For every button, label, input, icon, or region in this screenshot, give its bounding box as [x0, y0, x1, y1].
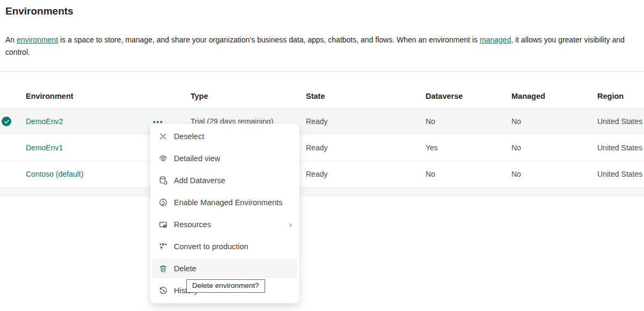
cell-state: Ready [306, 170, 426, 178]
environment-link[interactable]: environment [17, 35, 58, 44]
menu-item-enable-managed-environments[interactable]: Enable Managed Environments [152, 193, 297, 212]
column-header-dataverse[interactable]: Dataverse [426, 92, 511, 100]
page-title: Environments [5, 5, 638, 17]
column-header-state[interactable]: State [306, 92, 426, 100]
cell-region: United States [597, 143, 644, 152]
menu-item-label: Add Dataverse [174, 176, 225, 185]
menu-item-label: Deselect [174, 132, 204, 141]
cell-dataverse: Yes [426, 143, 511, 152]
page-header: Environments An environment is a space t… [0, 0, 644, 59]
column-header-managed[interactable]: Managed [511, 92, 597, 100]
delete-environment-tooltip: Delete environment? [186, 279, 265, 293]
menu-item-convert-to-production[interactable]: Convert to production [152, 237, 297, 256]
managed-link[interactable]: managed [480, 35, 511, 44]
delete-trash-icon [158, 263, 169, 274]
cell-managed: No [511, 143, 597, 152]
menu-item-detailed-view[interactable]: Detailed view [152, 149, 297, 168]
menu-item-label: Delete [174, 264, 196, 273]
description-text-2: is a space to store, manage, and share y… [58, 35, 480, 44]
cell-state: Ready [306, 117, 426, 126]
menu-item-label: Enable Managed Environments [174, 198, 282, 207]
table-row[interactable]: Contoso (default) Ready No No United Sta… [0, 161, 644, 187]
detailed-view-icon [158, 153, 169, 164]
managed-environments-icon [158, 197, 169, 208]
description-text-1: An [5, 35, 17, 44]
environment-name-link[interactable]: DemoEnv1 [26, 143, 63, 152]
column-header-type[interactable]: Type [191, 92, 306, 100]
cell-dataverse: No [426, 117, 511, 126]
environments-table: Environment Type State Dataverse Managed… [0, 71, 644, 197]
dismiss-icon [158, 131, 169, 142]
menu-item-add-dataverse[interactable]: Add Dataverse [152, 171, 297, 190]
cell-region: United States [597, 170, 644, 178]
table-header-row: Environment Type State Dataverse Managed… [0, 72, 644, 109]
menu-item-label: Detailed view [174, 154, 220, 163]
menu-item-label: Convert to production [174, 242, 248, 251]
cell-managed: No [511, 117, 597, 126]
menu-item-resources[interactable]: Resources › [152, 215, 297, 234]
page-description: An environment is a space to store, mana… [5, 34, 638, 59]
table-footer-strip [0, 187, 644, 197]
environment-name-link[interactable]: Contoso (default) [26, 170, 83, 178]
table-row[interactable]: DemoEnv1 Ready Yes No United States [0, 135, 644, 161]
submenu-chevron-icon: › [289, 220, 292, 229]
column-header-region[interactable]: Region [597, 92, 644, 100]
environment-name-link[interactable]: DemoEnv2 [26, 117, 63, 126]
database-add-icon [158, 175, 169, 186]
cell-state: Ready [306, 143, 426, 152]
menu-item-deselect[interactable]: Deselect [152, 127, 297, 146]
cell-managed: No [511, 170, 597, 178]
convert-to-production-icon [158, 241, 169, 252]
history-icon [158, 285, 169, 296]
cell-dataverse: No [426, 170, 511, 178]
row-select-checkbox[interactable] [0, 117, 26, 126]
menu-item-delete[interactable]: Delete [152, 259, 297, 278]
resources-icon [158, 219, 169, 230]
cell-region: United States [597, 117, 644, 126]
environment-context-menu: Deselect Detailed view Add Dataverse Ena… [150, 124, 299, 303]
selected-check-icon [2, 117, 11, 126]
menu-item-label: Resources [174, 220, 211, 229]
table-row[interactable]: DemoEnv2 ••• Trial (29 days remaining) R… [0, 109, 644, 135]
column-header-environment[interactable]: Environment [26, 92, 153, 100]
